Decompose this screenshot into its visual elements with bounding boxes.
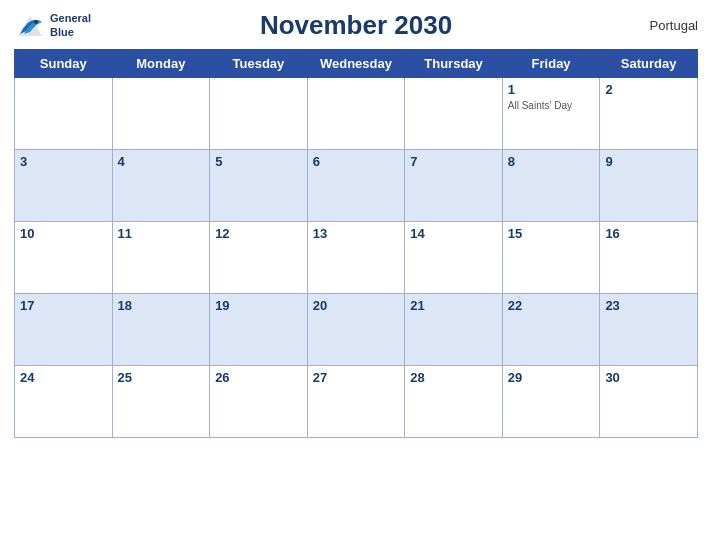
header-tuesday: Tuesday bbox=[210, 50, 308, 78]
calendar-day-cell: 18 bbox=[112, 294, 210, 366]
day-number: 22 bbox=[508, 298, 595, 313]
day-number: 3 bbox=[20, 154, 107, 169]
day-number: 1 bbox=[508, 82, 595, 97]
calendar-day-cell: 8 bbox=[502, 150, 600, 222]
calendar-day-cell: 20 bbox=[307, 294, 405, 366]
weekday-header-row: Sunday Monday Tuesday Wednesday Thursday… bbox=[15, 50, 698, 78]
calendar-day-cell: 4 bbox=[112, 150, 210, 222]
header-wednesday: Wednesday bbox=[307, 50, 405, 78]
day-number: 7 bbox=[410, 154, 497, 169]
day-number: 20 bbox=[313, 298, 400, 313]
calendar-day-cell: 22 bbox=[502, 294, 600, 366]
country-label: Portugal bbox=[650, 18, 698, 33]
header-monday: Monday bbox=[112, 50, 210, 78]
calendar-day-cell: 23 bbox=[600, 294, 698, 366]
day-number: 9 bbox=[605, 154, 692, 169]
calendar-day-cell: 11 bbox=[112, 222, 210, 294]
calendar-day-cell: 14 bbox=[405, 222, 503, 294]
day-number: 28 bbox=[410, 370, 497, 385]
day-number: 12 bbox=[215, 226, 302, 241]
day-number: 4 bbox=[118, 154, 205, 169]
header-saturday: Saturday bbox=[600, 50, 698, 78]
day-number: 17 bbox=[20, 298, 107, 313]
calendar-day-cell: 16 bbox=[600, 222, 698, 294]
day-number: 14 bbox=[410, 226, 497, 241]
calendar-header: General Blue November 2030 Portugal bbox=[14, 10, 698, 41]
svg-point-1 bbox=[34, 20, 38, 24]
calendar-day-cell bbox=[405, 78, 503, 150]
calendar-day-cell: 6 bbox=[307, 150, 405, 222]
calendar-day-cell bbox=[112, 78, 210, 150]
day-number: 26 bbox=[215, 370, 302, 385]
day-number: 19 bbox=[215, 298, 302, 313]
header-friday: Friday bbox=[502, 50, 600, 78]
day-number: 24 bbox=[20, 370, 107, 385]
calendar-day-cell: 25 bbox=[112, 366, 210, 438]
calendar-week-row: 24252627282930 bbox=[15, 366, 698, 438]
calendar-day-cell bbox=[210, 78, 308, 150]
calendar-day-cell: 2 bbox=[600, 78, 698, 150]
calendar-day-cell bbox=[307, 78, 405, 150]
calendar-day-cell: 29 bbox=[502, 366, 600, 438]
calendar-day-cell: 26 bbox=[210, 366, 308, 438]
calendar-day-cell: 15 bbox=[502, 222, 600, 294]
day-number: 30 bbox=[605, 370, 692, 385]
calendar-day-cell: 5 bbox=[210, 150, 308, 222]
calendar-day-cell: 24 bbox=[15, 366, 113, 438]
day-number: 8 bbox=[508, 154, 595, 169]
calendar-day-cell: 19 bbox=[210, 294, 308, 366]
logo-text: General Blue bbox=[50, 12, 91, 38]
calendar-day-cell: 9 bbox=[600, 150, 698, 222]
logo: General Blue bbox=[14, 12, 91, 40]
calendar-week-row: 3456789 bbox=[15, 150, 698, 222]
calendar-day-cell: 12 bbox=[210, 222, 308, 294]
calendar-day-cell: 30 bbox=[600, 366, 698, 438]
calendar-day-cell: 27 bbox=[307, 366, 405, 438]
calendar-day-cell: 1All Saints' Day bbox=[502, 78, 600, 150]
day-number: 27 bbox=[313, 370, 400, 385]
calendar-day-cell: 17 bbox=[15, 294, 113, 366]
day-number: 23 bbox=[605, 298, 692, 313]
calendar-day-cell: 7 bbox=[405, 150, 503, 222]
calendar-day-cell bbox=[15, 78, 113, 150]
day-number: 29 bbox=[508, 370, 595, 385]
calendar-title: November 2030 bbox=[260, 10, 452, 41]
day-number: 15 bbox=[508, 226, 595, 241]
header-thursday: Thursday bbox=[405, 50, 503, 78]
logo-icon bbox=[14, 12, 46, 40]
day-number: 6 bbox=[313, 154, 400, 169]
calendar-day-cell: 13 bbox=[307, 222, 405, 294]
header-sunday: Sunday bbox=[15, 50, 113, 78]
calendar-day-cell: 10 bbox=[15, 222, 113, 294]
holiday-label: All Saints' Day bbox=[508, 99, 595, 112]
calendar-day-cell: 28 bbox=[405, 366, 503, 438]
calendar-week-row: 1All Saints' Day2 bbox=[15, 78, 698, 150]
day-number: 10 bbox=[20, 226, 107, 241]
calendar-day-cell: 3 bbox=[15, 150, 113, 222]
calendar-table: Sunday Monday Tuesday Wednesday Thursday… bbox=[14, 49, 698, 438]
calendar-day-cell: 21 bbox=[405, 294, 503, 366]
day-number: 5 bbox=[215, 154, 302, 169]
day-number: 13 bbox=[313, 226, 400, 241]
day-number: 16 bbox=[605, 226, 692, 241]
day-number: 18 bbox=[118, 298, 205, 313]
day-number: 11 bbox=[118, 226, 205, 241]
calendar-week-row: 17181920212223 bbox=[15, 294, 698, 366]
day-number: 25 bbox=[118, 370, 205, 385]
day-number: 2 bbox=[605, 82, 692, 97]
day-number: 21 bbox=[410, 298, 497, 313]
calendar-container: General Blue November 2030 Portugal Sund… bbox=[0, 0, 712, 550]
calendar-week-row: 10111213141516 bbox=[15, 222, 698, 294]
